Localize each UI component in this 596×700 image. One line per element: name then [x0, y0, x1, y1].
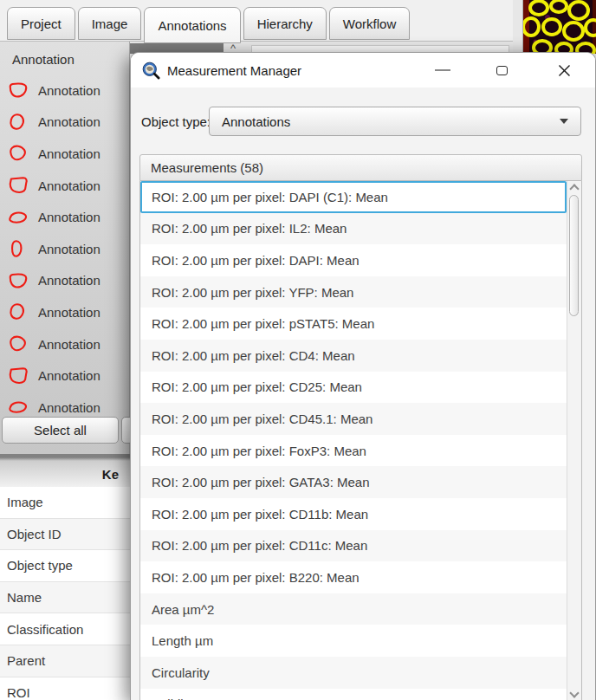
measurement-manager-dialog: Measurement Manager Object type: Annotat…: [130, 52, 596, 700]
annotation-item-annotation[interactable]: Annotation: [0, 233, 130, 265]
measurement-row-roi-2-00-m-per-pixel-pstat5-mean[interactable]: ROI: 2.00 µm per pixel: pSTAT5: Mean: [140, 308, 567, 340]
property-row-name[interactable]: Name: [0, 582, 130, 614]
annotation-item-label: Annotation: [38, 242, 100, 256]
dialog-title: Measurement Manager: [167, 63, 301, 78]
minimize-icon: [435, 69, 450, 71]
annotation-shape-icon: [5, 176, 31, 195]
scrollbar-thumb[interactable]: [569, 195, 579, 316]
viewer-edge-strip: [513, 0, 523, 54]
annotation-shape-icon: [5, 239, 31, 258]
dialog-title-bar: Measurement Manager: [131, 53, 595, 88]
annotation-shape-icon: [5, 271, 31, 290]
annotation-item-annotation[interactable]: Annotation: [0, 107, 130, 139]
measurement-row-roi-2-00-m-per-pixel-b220-mean[interactable]: ROI: 2.00 µm per pixel: B220: Mean: [140, 561, 567, 593]
measurement-row-roi-2-00-m-per-pixel-gata3-mean[interactable]: ROI: 2.00 µm per pixel: GATA3: Mean: [140, 466, 567, 498]
annotation-shape-icon: [5, 81, 31, 100]
property-row-classification[interactable]: Classification: [0, 613, 130, 645]
properties-table-header: Ke: [0, 454, 130, 487]
object-type-label: Object type:: [141, 107, 211, 136]
annotation-item-annotation[interactable]: Annotation: [0, 170, 130, 202]
measurement-row-roi-2-00-m-per-pixel-cd45-1-mean[interactable]: ROI: 2.00 µm per pixel: CD45.1: Mean: [140, 403, 567, 435]
measurement-row-area-m-2[interactable]: Area µm^2: [140, 593, 567, 625]
property-row-image[interactable]: Image: [0, 487, 130, 519]
annotation-item-annotation[interactable]: Annotation: [0, 360, 130, 392]
annotation-item-label: Annotation: [38, 368, 100, 383]
scroll-up-icon[interactable]: [569, 184, 579, 193]
annotation-item-annotation[interactable]: Annotation: [0, 265, 130, 297]
annotation-shape-icon: [5, 144, 31, 163]
vertical-scrollbar[interactable]: [567, 181, 581, 700]
annotation-shape-icon: [5, 334, 31, 353]
property-row-object-type[interactable]: Object type: [0, 550, 130, 582]
select-all-button[interactable]: Select all: [2, 417, 119, 444]
annotation-item-label: Annotation: [38, 178, 100, 193]
close-button[interactable]: [545, 53, 583, 88]
tab-workflow[interactable]: Workflow: [329, 7, 410, 40]
measurement-row-length-m[interactable]: Length µm: [140, 625, 567, 657]
annotation-list: Annotation Annotation Annotation Annotat…: [0, 75, 130, 424]
annotation-shape-icon: [5, 366, 31, 386]
annotation-item-label: Annotation: [38, 337, 100, 352]
measurement-row-roi-2-00-m-per-pixel-yfp-mean[interactable]: ROI: 2.00 µm per pixel: YFP: Mean: [140, 276, 567, 308]
annotation-shape-icon: [5, 113, 31, 132]
measurement-row-solidity[interactable]: Solidity: [140, 689, 567, 700]
property-row-object-id[interactable]: Object ID: [0, 519, 130, 551]
annotation-item-label: Annotation: [38, 83, 100, 98]
measurements-list-container: ROI: 2.00 µm per pixel: DAPI (C1): Mean …: [139, 181, 582, 700]
annotation-item-label: Annotation: [38, 305, 100, 320]
measurements-pane-header: Measurements (58): [139, 154, 582, 181]
measurements-list: ROI: 2.00 µm per pixel: DAPI (C1): Mean …: [140, 181, 567, 700]
tab-annotations[interactable]: Annotations: [144, 7, 240, 43]
annotation-item-label: Annotation: [38, 210, 100, 224]
annotation-item-label: Annotation: [38, 114, 100, 129]
chevron-down-icon: [560, 119, 568, 124]
app-window: Project Image Annotations Hierarchy Work…: [0, 0, 596, 700]
tab-image[interactable]: Image: [78, 7, 142, 40]
measurement-row-circularity[interactable]: Circularity: [140, 657, 567, 689]
measurement-row-roi-2-00-m-per-pixel-cd25-mean[interactable]: ROI: 2.00 µm per pixel: CD25: Mean: [140, 372, 567, 404]
annotation-item-annotation[interactable]: Annotation: [0, 201, 130, 233]
annotation-item-label: Annotation: [38, 400, 100, 415]
measurement-row-roi-2-00-m-per-pixel-cd11b-mean[interactable]: ROI: 2.00 µm per pixel: CD11b: Mean: [140, 498, 567, 530]
minimize-button[interactable]: [424, 53, 462, 88]
tab-hierarchy[interactable]: Hierarchy: [243, 7, 327, 40]
annotation-shape-icon: [5, 302, 31, 321]
tab-bar: Project Image Annotations Hierarchy Work…: [0, 0, 516, 42]
scroll-down-icon[interactable]: [569, 688, 579, 697]
measurement-row-roi-2-00-m-per-pixel-cd11c-mean[interactable]: ROI: 2.00 µm per pixel: CD11c: Mean: [140, 530, 567, 562]
annotation-list-header: Annotation: [0, 42, 129, 67]
annotation-item-annotation[interactable]: Annotation: [0, 138, 130, 170]
maximize-button[interactable]: [483, 53, 521, 88]
annotation-item-annotation[interactable]: Annotation: [0, 328, 130, 360]
measurement-row-roi-2-00-m-per-pixel-dapi-mean[interactable]: ROI: 2.00 µm per pixel: DAPI: Mean: [140, 244, 567, 276]
annotation-sidebar: Annotation Annotation Annotation Annotat…: [0, 42, 130, 454]
close-icon: [558, 64, 571, 77]
measurement-row-roi-2-00-m-per-pixel-dapi-c1-mean[interactable]: ROI: 2.00 µm per pixel: DAPI (C1): Mean: [140, 181, 567, 213]
object-type-value: Annotations: [222, 114, 290, 129]
tab-project[interactable]: Project: [7, 7, 75, 40]
maximize-icon: [496, 66, 508, 75]
annotation-shape-icon: [5, 398, 31, 417]
object-type-select[interactable]: Annotations: [209, 107, 581, 136]
measurement-row-roi-2-00-m-per-pixel-foxp3-mean[interactable]: ROI: 2.00 µm per pixel: FoxP3: Mean: [140, 435, 567, 467]
annotation-item-annotation[interactable]: Annotation: [0, 75, 130, 107]
properties-table: Image Object ID Object type Name Classif…: [0, 487, 130, 700]
annotation-item-label: Annotation: [38, 146, 100, 161]
measurement-row-roi-2-00-m-per-pixel-il2-mean[interactable]: ROI: 2.00 µm per pixel: IL2: Mean: [140, 213, 567, 245]
measurement-row-roi-2-00-m-per-pixel-cd4-mean[interactable]: ROI: 2.00 µm per pixel: CD4: Mean: [140, 340, 567, 372]
property-row-parent[interactable]: Parent: [0, 645, 130, 677]
annotation-item-annotation[interactable]: Annotation: [0, 296, 130, 328]
property-row-roi[interactable]: ROI: [0, 677, 130, 700]
annotation-shape-icon: [5, 208, 31, 227]
image-thumbnail: [523, 0, 596, 54]
annotation-item-label: Annotation: [38, 273, 100, 288]
globe-magnifier-icon: [142, 62, 160, 80]
